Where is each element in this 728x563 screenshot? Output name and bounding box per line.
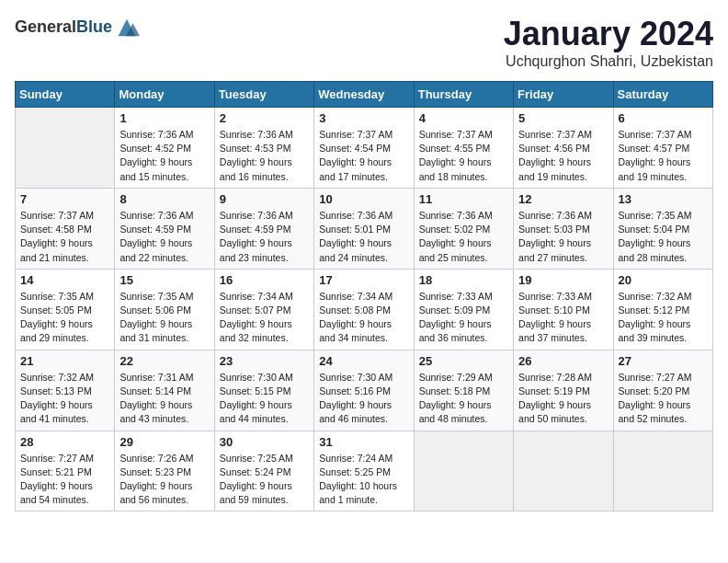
day-info: Sunrise: 7:32 AMSunset: 5:13 PMDaylight:… bbox=[20, 371, 109, 427]
calendar-header: SundayMondayTuesdayWednesdayThursdayFrid… bbox=[16, 82, 713, 108]
calendar-cell: 22Sunrise: 7:31 AMSunset: 5:14 PMDayligh… bbox=[115, 350, 214, 431]
day-number: 10 bbox=[319, 192, 408, 206]
calendar-cell: 31Sunrise: 7:24 AMSunset: 5:25 PMDayligh… bbox=[314, 431, 414, 511]
weekday-header-monday: Monday bbox=[115, 82, 214, 108]
calendar-cell: 4Sunrise: 7:37 AMSunset: 4:55 PMDaylight… bbox=[414, 108, 513, 189]
day-number: 12 bbox=[518, 192, 608, 206]
calendar-cell: 29Sunrise: 7:26 AMSunset: 5:23 PMDayligh… bbox=[115, 431, 214, 511]
weekday-header-thursday: Thursday bbox=[414, 82, 513, 108]
calendar-cell: 3Sunrise: 7:37 AMSunset: 4:54 PMDaylight… bbox=[314, 108, 414, 189]
day-info: Sunrise: 7:29 AMSunset: 5:18 PMDaylight:… bbox=[419, 371, 508, 427]
calendar-cell: 23Sunrise: 7:30 AMSunset: 5:15 PMDayligh… bbox=[214, 350, 313, 431]
calendar-cell: 25Sunrise: 7:29 AMSunset: 5:18 PMDayligh… bbox=[414, 350, 513, 431]
calendar-cell: 18Sunrise: 7:33 AMSunset: 5:09 PMDayligh… bbox=[414, 269, 513, 350]
calendar-week-row: 14Sunrise: 7:35 AMSunset: 5:05 PMDayligh… bbox=[16, 269, 713, 350]
day-number: 6 bbox=[619, 111, 708, 125]
day-number: 29 bbox=[119, 435, 209, 449]
weekday-header-sunday: Sunday bbox=[16, 82, 115, 108]
day-number: 28 bbox=[20, 435, 109, 449]
day-info: Sunrise: 7:36 AMSunset: 4:52 PMDaylight:… bbox=[119, 128, 209, 184]
day-info: Sunrise: 7:37 AMSunset: 4:54 PMDaylight:… bbox=[319, 128, 408, 184]
weekday-header-wednesday: Wednesday bbox=[314, 82, 414, 108]
day-number: 22 bbox=[119, 354, 209, 368]
calendar-cell: 19Sunrise: 7:33 AMSunset: 5:10 PMDayligh… bbox=[514, 269, 613, 350]
title-block: January 2024 Uchqurghon Shahri, Uzbekist… bbox=[504, 15, 713, 70]
day-number: 4 bbox=[419, 111, 508, 125]
calendar-cell: 11Sunrise: 7:36 AMSunset: 5:02 PMDayligh… bbox=[414, 188, 513, 269]
day-info: Sunrise: 7:30 AMSunset: 5:16 PMDaylight:… bbox=[319, 371, 408, 427]
calendar-cell: 12Sunrise: 7:36 AMSunset: 5:03 PMDayligh… bbox=[514, 188, 613, 269]
day-number: 18 bbox=[419, 273, 508, 287]
day-info: Sunrise: 7:34 AMSunset: 5:07 PMDaylight:… bbox=[220, 290, 309, 346]
calendar-title: January 2024 bbox=[504, 15, 713, 53]
day-number: 3 bbox=[319, 111, 408, 125]
calendar-cell bbox=[613, 431, 712, 511]
calendar-cell: 6Sunrise: 7:37 AMSunset: 4:57 PMDaylight… bbox=[613, 108, 712, 189]
calendar-cell: 24Sunrise: 7:30 AMSunset: 5:16 PMDayligh… bbox=[314, 350, 414, 431]
weekday-header-saturday: Saturday bbox=[613, 82, 712, 108]
calendar-cell: 9Sunrise: 7:36 AMSunset: 4:59 PMDaylight… bbox=[214, 188, 313, 269]
calendar-cell: 1Sunrise: 7:36 AMSunset: 4:52 PMDaylight… bbox=[115, 108, 214, 189]
day-info: Sunrise: 7:25 AMSunset: 5:24 PMDaylight:… bbox=[220, 452, 309, 508]
day-number: 23 bbox=[220, 354, 309, 368]
day-number: 31 bbox=[319, 435, 408, 449]
day-info: Sunrise: 7:36 AMSunset: 4:53 PMDaylight:… bbox=[220, 128, 309, 184]
day-number: 25 bbox=[419, 354, 508, 368]
day-number: 7 bbox=[20, 192, 109, 206]
day-number: 16 bbox=[220, 273, 309, 287]
calendar-cell: 27Sunrise: 7:27 AMSunset: 5:20 PMDayligh… bbox=[613, 350, 712, 431]
day-info: Sunrise: 7:35 AMSunset: 5:05 PMDaylight:… bbox=[20, 290, 109, 346]
day-info: Sunrise: 7:33 AMSunset: 5:09 PMDaylight:… bbox=[419, 290, 508, 346]
day-number: 5 bbox=[518, 111, 608, 125]
calendar-cell: 20Sunrise: 7:32 AMSunset: 5:12 PMDayligh… bbox=[613, 269, 712, 350]
calendar-cell: 21Sunrise: 7:32 AMSunset: 5:13 PMDayligh… bbox=[16, 350, 115, 431]
calendar-cell: 17Sunrise: 7:34 AMSunset: 5:08 PMDayligh… bbox=[314, 269, 414, 350]
weekday-header-tuesday: Tuesday bbox=[214, 82, 313, 108]
calendar-cell: 15Sunrise: 7:35 AMSunset: 5:06 PMDayligh… bbox=[115, 269, 214, 350]
day-info: Sunrise: 7:33 AMSunset: 5:10 PMDaylight:… bbox=[518, 290, 608, 346]
calendar-cell: 10Sunrise: 7:36 AMSunset: 5:01 PMDayligh… bbox=[314, 188, 414, 269]
day-info: Sunrise: 7:27 AMSunset: 5:21 PMDaylight:… bbox=[20, 452, 109, 508]
day-info: Sunrise: 7:27 AMSunset: 5:20 PMDaylight:… bbox=[619, 371, 708, 427]
day-info: Sunrise: 7:36 AMSunset: 5:01 PMDaylight:… bbox=[319, 209, 408, 265]
calendar-cell: 13Sunrise: 7:35 AMSunset: 5:04 PMDayligh… bbox=[613, 188, 712, 269]
day-number: 17 bbox=[319, 273, 408, 287]
calendar-subtitle: Uchqurghon Shahri, Uzbekistan bbox=[504, 53, 713, 70]
day-number: 8 bbox=[119, 192, 209, 206]
calendar-cell: 8Sunrise: 7:36 AMSunset: 4:59 PMDaylight… bbox=[115, 188, 214, 269]
page-header: GeneralBlue January 2024 Uchqurghon Shah… bbox=[15, 15, 713, 70]
day-info: Sunrise: 7:37 AMSunset: 4:55 PMDaylight:… bbox=[419, 128, 508, 184]
logo: GeneralBlue bbox=[15, 15, 140, 40]
day-number: 30 bbox=[220, 435, 309, 449]
day-info: Sunrise: 7:36 AMSunset: 4:59 PMDaylight:… bbox=[220, 209, 309, 265]
calendar-cell: 14Sunrise: 7:35 AMSunset: 5:05 PMDayligh… bbox=[16, 269, 115, 350]
day-info: Sunrise: 7:37 AMSunset: 4:58 PMDaylight:… bbox=[20, 209, 109, 265]
day-number: 20 bbox=[619, 273, 708, 287]
day-info: Sunrise: 7:37 AMSunset: 4:56 PMDaylight:… bbox=[518, 128, 608, 184]
day-number: 15 bbox=[119, 273, 209, 287]
day-number: 26 bbox=[518, 354, 608, 368]
day-info: Sunrise: 7:36 AMSunset: 4:59 PMDaylight:… bbox=[119, 209, 209, 265]
day-info: Sunrise: 7:36 AMSunset: 5:03 PMDaylight:… bbox=[518, 209, 608, 265]
calendar-cell bbox=[514, 431, 613, 511]
calendar-table: SundayMondayTuesdayWednesdayThursdayFrid… bbox=[15, 81, 713, 511]
day-info: Sunrise: 7:24 AMSunset: 5:25 PMDaylight:… bbox=[319, 452, 408, 508]
day-number: 1 bbox=[119, 111, 209, 125]
logo-blue-text: Blue bbox=[76, 17, 112, 36]
calendar-cell bbox=[414, 431, 513, 511]
day-number: 14 bbox=[20, 273, 109, 287]
calendar-week-row: 21Sunrise: 7:32 AMSunset: 5:13 PMDayligh… bbox=[16, 350, 713, 431]
day-info: Sunrise: 7:35 AMSunset: 5:06 PMDaylight:… bbox=[119, 290, 209, 346]
calendar-cell: 2Sunrise: 7:36 AMSunset: 4:53 PMDaylight… bbox=[214, 108, 313, 189]
day-info: Sunrise: 7:35 AMSunset: 5:04 PMDaylight:… bbox=[619, 209, 708, 265]
day-number: 2 bbox=[220, 111, 309, 125]
day-info: Sunrise: 7:34 AMSunset: 5:08 PMDaylight:… bbox=[319, 290, 408, 346]
logo-icon bbox=[114, 15, 140, 40]
calendar-week-row: 7Sunrise: 7:37 AMSunset: 4:58 PMDaylight… bbox=[16, 188, 713, 269]
calendar-cell: 7Sunrise: 7:37 AMSunset: 4:58 PMDaylight… bbox=[16, 188, 115, 269]
day-number: 21 bbox=[20, 354, 109, 368]
day-info: Sunrise: 7:28 AMSunset: 5:19 PMDaylight:… bbox=[518, 371, 608, 427]
day-number: 19 bbox=[518, 273, 608, 287]
logo-general-text: General bbox=[15, 17, 76, 36]
day-info: Sunrise: 7:31 AMSunset: 5:14 PMDaylight:… bbox=[119, 371, 209, 427]
